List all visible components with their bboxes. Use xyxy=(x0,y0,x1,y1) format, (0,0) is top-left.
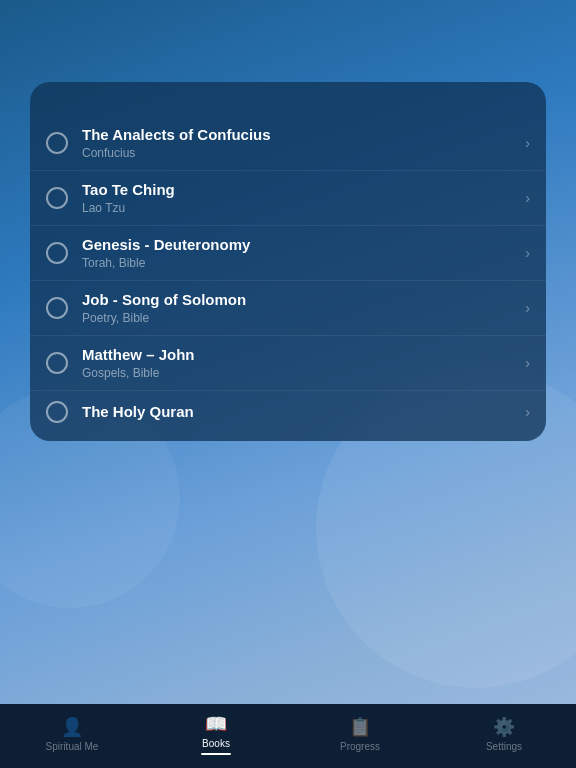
book-info: Job - Song of Solomon Poetry, Bible xyxy=(82,291,517,325)
nav-icon: ⚙️ xyxy=(493,716,515,738)
book-info: Tao Te Ching Lao Tzu xyxy=(82,181,517,215)
book-name: Matthew – John xyxy=(82,346,517,364)
book-sub: Poetry, Bible xyxy=(82,311,517,325)
radio-circle[interactable] xyxy=(46,297,68,319)
book-info: The Holy Quran xyxy=(82,403,517,421)
nav-label: Settings xyxy=(486,741,522,752)
bottom-nav: 👤 Spiritual Me 📖 Books 📋 Progress ⚙️ Set… xyxy=(0,704,576,768)
nav-item-books[interactable]: 📖 Books xyxy=(144,713,288,755)
list-item[interactable]: Job - Song of Solomon Poetry, Bible › xyxy=(30,281,546,336)
book-list: The Analects of Confucius Confucius › Ta… xyxy=(30,116,546,441)
card-header xyxy=(30,82,546,104)
book-name: The Holy Quran xyxy=(82,403,517,421)
radio-circle[interactable] xyxy=(46,401,68,423)
radio-circle[interactable] xyxy=(46,132,68,154)
nav-item-progress[interactable]: 📋 Progress xyxy=(288,716,432,752)
book-name: The Analects of Confucius xyxy=(82,126,517,144)
list-item[interactable]: Tao Te Ching Lao Tzu › xyxy=(30,171,546,226)
chevron-right-icon: › xyxy=(525,190,530,206)
chevron-right-icon: › xyxy=(525,245,530,261)
book-sub: Gospels, Bible xyxy=(82,366,517,380)
book-sub: Confucius xyxy=(82,146,517,160)
book-name: Job - Song of Solomon xyxy=(82,291,517,309)
radio-circle[interactable] xyxy=(46,352,68,374)
header xyxy=(0,0,576,66)
book-info: The Analects of Confucius Confucius xyxy=(82,126,517,160)
chevron-right-icon: › xyxy=(525,135,530,151)
nav-icon: 📖 xyxy=(205,713,227,735)
book-sub: Torah, Bible xyxy=(82,256,517,270)
book-name: Tao Te Ching xyxy=(82,181,517,199)
list-item[interactable]: Genesis - Deuteronomy Torah, Bible › xyxy=(30,226,546,281)
chevron-right-icon: › xyxy=(525,300,530,316)
nav-label: Spiritual Me xyxy=(46,741,99,752)
nav-active-indicator xyxy=(201,753,231,755)
list-item[interactable]: The Analects of Confucius Confucius › xyxy=(30,116,546,171)
chevron-right-icon: › xyxy=(525,404,530,420)
books-card: The Analects of Confucius Confucius › Ta… xyxy=(30,82,546,441)
radio-circle[interactable] xyxy=(46,187,68,209)
nav-item-spiritual-me[interactable]: 👤 Spiritual Me xyxy=(0,716,144,752)
nav-icon: 👤 xyxy=(61,716,83,738)
nav-icon: 📋 xyxy=(349,716,371,738)
list-item[interactable]: Matthew – John Gospels, Bible › xyxy=(30,336,546,391)
book-info: Genesis - Deuteronomy Torah, Bible xyxy=(82,236,517,270)
book-name: Genesis - Deuteronomy xyxy=(82,236,517,254)
book-sub: Lao Tzu xyxy=(82,201,517,215)
nav-label: Books xyxy=(202,738,230,749)
radio-circle[interactable] xyxy=(46,242,68,264)
list-item[interactable]: The Holy Quran › xyxy=(30,391,546,433)
book-info: Matthew – John Gospels, Bible xyxy=(82,346,517,380)
nav-label: Progress xyxy=(340,741,380,752)
section-label xyxy=(30,104,546,116)
chevron-right-icon: › xyxy=(525,355,530,371)
nav-item-settings[interactable]: ⚙️ Settings xyxy=(432,716,576,752)
